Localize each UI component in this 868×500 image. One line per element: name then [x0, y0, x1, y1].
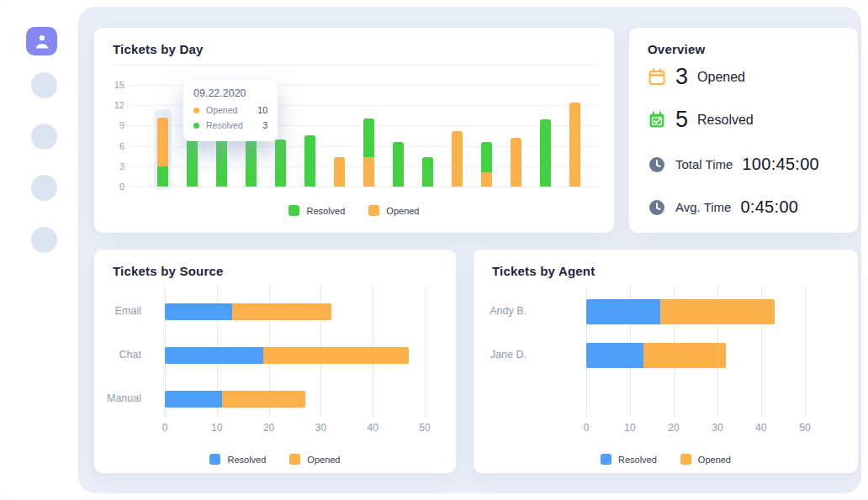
x-axis-label: 50 — [408, 422, 442, 434]
bar-segment — [275, 139, 286, 187]
legend-label: Opened — [307, 455, 340, 465]
bar[interactable] — [586, 299, 775, 324]
legend-swatch-icon — [368, 205, 379, 216]
y-axis-label: 6 — [94, 141, 124, 151]
bar[interactable] — [586, 343, 726, 368]
legend-item[interactable]: Opened — [680, 454, 731, 465]
category-label: Andy B. — [474, 305, 527, 317]
x-axis-label: 40 — [744, 422, 778, 434]
bar[interactable] — [540, 119, 551, 187]
sidebar-nav-placeholder[interactable] — [31, 175, 57, 201]
legend-swatch-icon — [288, 205, 299, 216]
tooltip-value: 10 — [257, 105, 267, 115]
bar[interactable] — [393, 142, 404, 187]
sidebar-nav-placeholder[interactable] — [31, 227, 57, 253]
legend-item[interactable]: Opened — [368, 205, 419, 216]
bar-segment — [452, 131, 463, 187]
chart-legend: ResolvedOpened — [94, 205, 614, 216]
total-time-value: 100:45:00 — [742, 155, 819, 174]
resolved-count: 5 — [675, 108, 688, 131]
bar-segment — [165, 303, 232, 320]
bar[interactable] — [275, 139, 286, 187]
sidebar-nav-placeholder[interactable] — [31, 72, 57, 98]
overview-stat-avg-time: Avg. Time 0:45:00 — [648, 197, 798, 217]
bar[interactable] — [216, 139, 227, 187]
bar-segment — [660, 299, 774, 324]
user-avatar-icon[interactable] — [26, 27, 57, 55]
x-axis-label: 20 — [657, 422, 691, 434]
bar-segment — [422, 157, 433, 187]
x-axis-label: 0 — [569, 422, 603, 434]
tickets-by-day-chart: 03691215ResolvedOpened — [94, 28, 614, 233]
y-axis-label: 9 — [94, 120, 124, 130]
bar-segment — [586, 343, 643, 368]
bar-segment — [540, 119, 551, 187]
x-axis-label: 10 — [613, 422, 647, 434]
chart-legend: ResolvedOpened — [94, 454, 456, 465]
y-axis-label: 0 — [94, 182, 124, 192]
bar[interactable] — [157, 118, 168, 187]
sidebar — [11, 7, 78, 493]
grid-line — [805, 286, 806, 416]
avg-time-label: Avg. Time — [675, 200, 731, 214]
bar[interactable] — [569, 103, 580, 187]
bar[interactable] — [165, 303, 331, 320]
total-time-label: Total Time — [675, 157, 733, 171]
legend-swatch-icon — [209, 454, 220, 465]
bar[interactable] — [452, 131, 463, 187]
bar-segment — [304, 135, 315, 187]
legend-swatch-icon — [680, 454, 691, 465]
tickets-by-day-card: Tickets by Day 03691215ResolvedOpened 09… — [94, 28, 614, 233]
bar[interactable] — [481, 142, 492, 187]
tooltip-label: Resolved — [206, 120, 256, 130]
bar-segment — [187, 139, 198, 187]
bar-segment — [363, 157, 374, 187]
bar-segment — [334, 157, 345, 187]
sidebar-nav-placeholder[interactable] — [31, 124, 57, 150]
opened-count: 3 — [675, 66, 688, 88]
dashboard: Tickets by Day 03691215ResolvedOpened 09… — [0, 0, 868, 500]
bar[interactable] — [334, 157, 345, 187]
bar[interactable] — [187, 139, 198, 187]
tooltip-date: 09.22.2020 — [193, 87, 267, 99]
bar-segment — [481, 172, 492, 187]
bar-segment — [393, 142, 404, 187]
bar-segment — [216, 139, 227, 187]
category-label: Chat — [94, 349, 141, 361]
bar[interactable] — [304, 135, 315, 187]
legend-item[interactable]: Opened — [289, 454, 340, 465]
legend-item[interactable]: Resolved — [288, 205, 345, 216]
calendar-check-icon — [648, 111, 666, 129]
overview-card: Overview 3 Opened — [629, 28, 858, 233]
legend-label: Opened — [698, 455, 731, 465]
y-axis-label: 12 — [94, 100, 124, 110]
bar[interactable] — [422, 157, 433, 187]
legend-item[interactable]: Resolved — [209, 454, 266, 465]
legend-swatch-icon — [289, 454, 300, 465]
tooltip-label: Opened — [206, 105, 251, 115]
bar[interactable] — [246, 139, 257, 187]
tooltip-row: Opened 10 — [193, 105, 267, 115]
bar[interactable] — [363, 118, 374, 187]
overview-stat-resolved: 5 Resolved — [648, 108, 754, 131]
x-axis-label: 30 — [701, 422, 734, 434]
bar[interactable] — [165, 391, 305, 408]
tooltip-row: Resolved 3 — [193, 120, 267, 130]
bar-segment — [157, 166, 168, 187]
bar-segment — [246, 139, 257, 187]
bar-segment — [511, 138, 521, 187]
grid-line — [130, 187, 599, 187]
legend-swatch-icon — [601, 454, 611, 465]
x-axis-label: 50 — [788, 422, 822, 434]
overview-title: Overview — [648, 42, 705, 56]
bar[interactable] — [165, 347, 409, 364]
opened-label: Opened — [697, 70, 745, 85]
tooltip-value: 3 — [262, 120, 267, 130]
legend-label: Resolved — [306, 206, 345, 216]
clock-icon — [648, 198, 666, 217]
legend-label: Resolved — [618, 455, 657, 465]
bar-segment — [643, 343, 727, 368]
legend-item[interactable]: Resolved — [601, 454, 657, 465]
main-content: Tickets by Day 03691215ResolvedOpened 09… — [78, 7, 861, 493]
bar[interactable] — [511, 138, 521, 187]
